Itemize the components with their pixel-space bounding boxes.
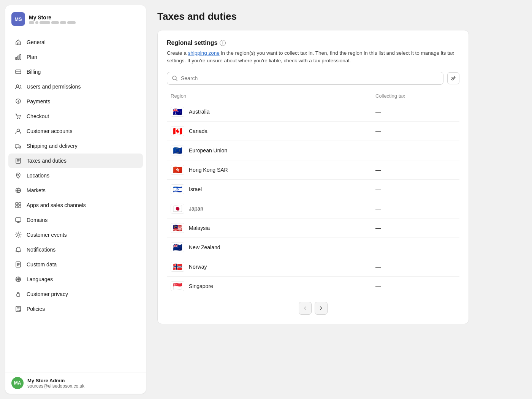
tax-cell: — xyxy=(372,141,459,160)
sidebar-item-shipping[interactable]: Shipping and delivery xyxy=(8,139,143,153)
sidebar-item-label-customer-accounts: Customer accounts xyxy=(27,128,73,134)
svg-point-9 xyxy=(16,148,17,149)
region-cell: 🇮🇱Israel xyxy=(167,179,372,199)
region-cell: 🇭🇰Hong Kong SAR xyxy=(167,160,372,179)
sidebar-item-languages[interactable]: Languages xyxy=(8,272,143,287)
flag-icon: 🇪🇺 xyxy=(171,146,184,155)
flag-icon: 🇸🇬 xyxy=(171,281,184,291)
search-container xyxy=(167,72,443,85)
admin-name: My Store Admin xyxy=(27,378,84,383)
sidebar-footer: MA My Store Admin sources@elisedopson.co… xyxy=(5,372,146,394)
notifications-icon xyxy=(14,246,22,253)
flag-icon: 🇯🇵 xyxy=(171,204,184,214)
sidebar-item-checkout[interactable]: Checkout xyxy=(8,109,143,124)
shipping-zone-link[interactable]: shipping zone xyxy=(188,50,220,56)
tax-cell: — xyxy=(372,160,459,179)
table-row[interactable]: 🇸🇬Singapore— xyxy=(167,276,459,296)
checkout-icon xyxy=(14,112,22,120)
sidebar-item-domains[interactable]: Domains xyxy=(8,213,143,227)
table-row[interactable]: 🇪🇺European Union— xyxy=(167,141,459,160)
sidebar-item-users[interactable]: Users and permissions xyxy=(8,79,143,94)
sidebar-item-label-plan: Plan xyxy=(27,54,37,60)
sidebar-item-label-payments: Payments xyxy=(27,98,50,104)
region-cell: 🇳🇿New Zealand xyxy=(167,238,372,257)
col-tax: Collecting tax xyxy=(372,90,459,102)
sidebar-item-label-privacy: Customer privacy xyxy=(27,291,68,297)
region-name: Japan xyxy=(189,206,203,212)
sidebar-item-taxes[interactable]: Taxes and duties xyxy=(8,154,143,168)
sidebar-item-label-taxes: Taxes and duties xyxy=(27,158,66,164)
section-description: Create a shipping zone in the region(s) … xyxy=(167,49,459,65)
next-page-button[interactable] xyxy=(315,302,328,315)
flag-icon: 🇲🇾 xyxy=(171,223,184,233)
svg-point-4 xyxy=(16,85,19,87)
search-icon xyxy=(172,75,178,81)
sidebar-item-notifications[interactable]: Notifications xyxy=(8,242,143,257)
admin-info: My Store Admin sources@elisedopson.co.uk xyxy=(27,378,84,389)
table-row[interactable]: 🇨🇦Canada— xyxy=(167,121,459,141)
table-row[interactable]: 🇳🇿New Zealand— xyxy=(167,238,459,257)
sidebar-item-label-customer-events: Customer events xyxy=(27,232,67,238)
sidebar-item-billing[interactable]: Billing xyxy=(8,65,143,79)
flag-icon: 🇦🇺 xyxy=(171,107,184,117)
svg-point-10 xyxy=(19,148,20,149)
sort-button[interactable] xyxy=(447,72,459,84)
search-area xyxy=(167,72,459,85)
chevron-left-icon xyxy=(302,306,308,311)
search-input[interactable] xyxy=(181,75,439,81)
page-title: Taxes and duties xyxy=(157,11,521,22)
sidebar-item-payments[interactable]: Payments xyxy=(8,94,143,109)
blur-4 xyxy=(51,21,59,24)
region-name: Canada xyxy=(189,128,207,134)
sidebar-item-markets[interactable]: Markets xyxy=(8,183,143,198)
taxes-icon xyxy=(14,157,22,165)
sidebar-item-apps[interactable]: Apps and sales channels xyxy=(8,198,143,212)
sidebar-item-label-custom-data: Custom data xyxy=(27,261,57,268)
store-name-block: My Store xyxy=(29,14,76,24)
svg-rect-18 xyxy=(16,218,21,222)
sidebar-item-general[interactable]: General xyxy=(8,35,143,49)
svg-line-25 xyxy=(176,79,177,81)
table-row[interactable]: 🇮🇱Israel— xyxy=(167,179,459,199)
sidebar-item-customer-accounts[interactable]: Customer accounts xyxy=(8,124,143,138)
svg-point-19 xyxy=(17,234,19,236)
users-icon xyxy=(14,83,22,90)
chevron-right-icon xyxy=(318,306,324,311)
custom-icon xyxy=(14,261,22,268)
svg-rect-3 xyxy=(16,70,21,74)
apps-icon xyxy=(14,201,22,209)
sidebar-item-plan[interactable]: Plan xyxy=(8,50,143,64)
sidebar-item-policies[interactable]: Policies xyxy=(8,302,143,316)
region-cell: 🇦🇺Australia xyxy=(167,102,372,121)
region-table-body: 🇦🇺Australia—🇨🇦Canada—🇪🇺European Union—🇭🇰… xyxy=(167,102,459,296)
sort-icon xyxy=(450,75,456,81)
info-icon[interactable]: i xyxy=(220,40,226,46)
flag-icon: 🇳🇴 xyxy=(171,262,184,272)
table-row[interactable]: 🇭🇰Hong Kong SAR— xyxy=(167,160,459,179)
table-row[interactable]: 🇲🇾Malaysia— xyxy=(167,218,459,238)
section-title: Regional settings i xyxy=(167,40,459,46)
table-row[interactable]: 🇯🇵Japan— xyxy=(167,199,459,218)
payments-icon xyxy=(14,98,22,105)
sidebar-item-label-domains: Domains xyxy=(27,217,48,223)
svg-rect-0 xyxy=(16,57,17,60)
sidebar-item-customer-events[interactable]: Customer events xyxy=(8,228,143,242)
billing-icon xyxy=(14,68,22,76)
sidebar-item-privacy[interactable]: Customer privacy xyxy=(8,287,143,301)
sidebar-item-label-languages: Languages xyxy=(27,276,53,282)
regional-settings-card: Regional settings i Create a shipping zo… xyxy=(157,30,469,324)
table-row[interactable]: 🇦🇺Australia— xyxy=(167,102,459,121)
region-name: Israel xyxy=(189,186,202,192)
domains-icon xyxy=(14,216,22,224)
flag-icon: 🇭🇰 xyxy=(171,165,184,175)
store-avatar: MS xyxy=(11,12,25,26)
region-cell: 🇲🇾Malaysia xyxy=(167,218,372,238)
sidebar-item-custom-data[interactable]: Custom data xyxy=(8,257,143,272)
table-row[interactable]: 🇳🇴Norway— xyxy=(167,257,459,276)
prev-page-button[interactable] xyxy=(299,302,312,315)
pagination xyxy=(167,302,459,315)
blur-6 xyxy=(67,21,76,24)
svg-point-12 xyxy=(18,174,19,176)
region-table: Region Collecting tax 🇦🇺Australia—🇨🇦Cana… xyxy=(167,90,459,296)
sidebar-item-locations[interactable]: Locations xyxy=(8,168,143,183)
